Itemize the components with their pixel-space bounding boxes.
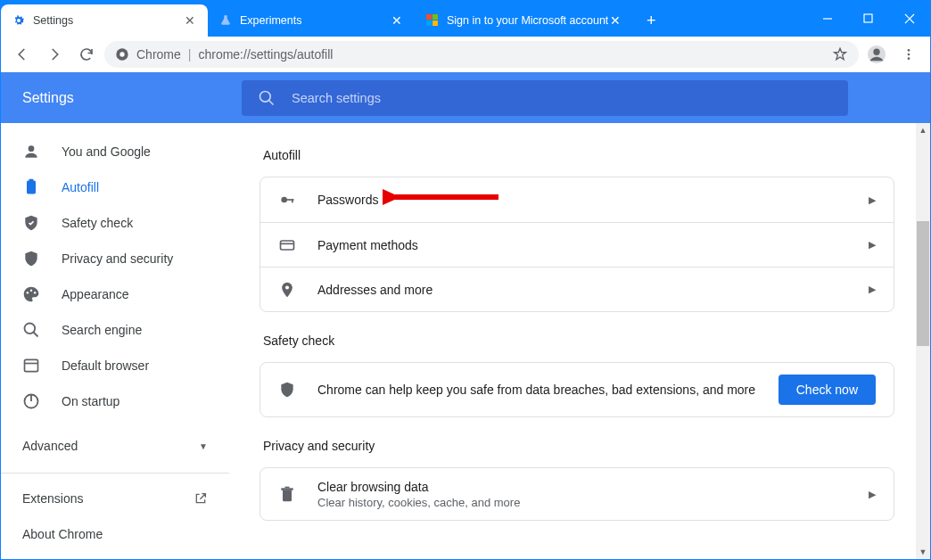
- close-icon[interactable]: ✕: [390, 13, 404, 28]
- row-passwords[interactable]: Passwords ▶: [260, 177, 894, 222]
- tab-microsoft-signin[interactable]: Sign in to your Microsoft account ✕: [415, 4, 633, 37]
- svg-point-13: [908, 54, 910, 56]
- search-icon: [22, 321, 40, 339]
- svg-point-23: [25, 324, 36, 334]
- person-icon: [22, 143, 40, 161]
- minimize-button[interactable]: [807, 1, 848, 37]
- external-link-icon: [194, 491, 208, 506]
- sidebar-item-you-and-google[interactable]: You and Google: [1, 134, 229, 169]
- svg-point-22: [34, 292, 37, 294]
- new-tab-button[interactable]: +: [639, 8, 663, 33]
- search-input[interactable]: [292, 91, 832, 105]
- autofill-card: Passwords ▶ Payment methods ▶ Addresses …: [260, 177, 894, 312]
- close-icon[interactable]: ✕: [608, 13, 622, 28]
- sidebar-advanced[interactable]: Advanced▼: [1, 426, 229, 465]
- browser-icon: [22, 357, 40, 375]
- settings-content: Autofill Passwords ▶ Payment methods ▶ A…: [229, 123, 930, 559]
- tab-settings[interactable]: Settings ✕: [1, 4, 208, 37]
- svg-rect-25: [25, 359, 38, 371]
- reload-button[interactable]: [72, 40, 101, 69]
- trash-icon: [278, 485, 296, 503]
- scroll-thumb[interactable]: [917, 221, 929, 346]
- svg-point-34: [285, 285, 289, 289]
- svg-point-15: [260, 91, 271, 102]
- clipboard-icon: [22, 178, 40, 196]
- forward-button[interactable]: [40, 40, 69, 69]
- scroll-up-arrow[interactable]: ▲: [916, 123, 930, 137]
- sidebar-item-appearance[interactable]: Appearance: [1, 276, 229, 312]
- titlebar: Settings ✕ Experiments ✕ Sign in to your…: [1, 1, 930, 37]
- key-icon: [278, 191, 296, 209]
- card-icon: [278, 236, 296, 254]
- scroll-down-arrow[interactable]: ▼: [916, 545, 930, 559]
- svg-point-29: [281, 197, 287, 203]
- svg-point-11: [873, 49, 879, 55]
- sidebar-about-chrome[interactable]: About Chrome: [1, 516, 229, 552]
- svg-rect-32: [281, 241, 294, 250]
- svg-point-17: [29, 145, 35, 152]
- svg-rect-19: [29, 179, 34, 182]
- tab-experiments[interactable]: Experiments ✕: [208, 4, 415, 37]
- shield-icon: [278, 381, 296, 399]
- chevron-right-icon: ▶: [869, 239, 876, 251]
- power-icon: [22, 392, 40, 410]
- row-payment-methods[interactable]: Payment methods ▶: [260, 222, 894, 267]
- svg-line-24: [34, 333, 38, 337]
- section-privacy-title: Privacy and security: [263, 439, 894, 453]
- svg-rect-18: [27, 181, 36, 194]
- flask-icon: [218, 13, 233, 28]
- gear-icon: [12, 13, 26, 28]
- omnibox-url: chrome://settings/autofill: [198, 47, 333, 62]
- svg-point-21: [30, 290, 33, 292]
- vertical-scrollbar[interactable]: ▲ ▼: [916, 123, 930, 559]
- chevron-down-icon: ▼: [199, 441, 208, 451]
- row-clear-browsing-data[interactable]: Clear browsing data Clear history, cooki…: [260, 468, 894, 520]
- svg-rect-2: [426, 21, 432, 26]
- svg-point-9: [119, 52, 124, 56]
- section-autofill-title: Autofill: [263, 148, 894, 162]
- sidebar-item-default-browser[interactable]: Default browser: [1, 348, 229, 383]
- svg-rect-0: [426, 14, 432, 20]
- palette-icon: [22, 285, 40, 303]
- svg-rect-1: [433, 14, 438, 20]
- address-bar[interactable]: Chrome | chrome://settings/autofill: [104, 41, 859, 68]
- close-window-button[interactable]: [889, 1, 930, 37]
- sidebar-item-safety-check[interactable]: Safety check: [1, 205, 229, 241]
- settings-header: Settings: [1, 72, 930, 123]
- sidebar-item-privacy[interactable]: Privacy and security: [1, 241, 229, 276]
- svg-point-20: [27, 292, 29, 294]
- svg-rect-31: [292, 199, 293, 202]
- svg-point-14: [908, 57, 910, 60]
- row-addresses[interactable]: Addresses and more ▶: [260, 267, 894, 311]
- svg-rect-35: [281, 488, 292, 490]
- search-icon: [258, 89, 276, 107]
- maximize-button[interactable]: [848, 1, 889, 37]
- sidebar-item-on-startup[interactable]: On startup: [1, 383, 229, 419]
- chevron-right-icon: ▶: [869, 489, 876, 500]
- profile-avatar[interactable]: [862, 40, 891, 69]
- close-icon[interactable]: ✕: [183, 13, 197, 28]
- shield-check-icon: [22, 214, 40, 232]
- svg-rect-36: [285, 487, 290, 489]
- search-settings[interactable]: [242, 80, 848, 116]
- omnibox-scheme: Chrome: [136, 47, 181, 62]
- browser-toolbar: Chrome | chrome://settings/autofill: [1, 37, 930, 72]
- back-button[interactable]: [8, 40, 37, 69]
- sidebar-item-autofill[interactable]: Autofill: [1, 169, 229, 205]
- menu-button[interactable]: [894, 40, 923, 69]
- svg-line-16: [269, 100, 274, 104]
- chevron-right-icon: ▶: [869, 284, 876, 295]
- window-controls: [807, 1, 930, 37]
- settings-sidebar: You and Google Autofill Safety check Pri…: [1, 123, 229, 559]
- sidebar-extensions[interactable]: Extensions: [1, 481, 229, 516]
- section-safety-title: Safety check: [263, 334, 894, 348]
- bookmark-star-icon[interactable]: [832, 46, 848, 62]
- check-now-button[interactable]: Check now: [779, 375, 876, 405]
- chrome-icon: [115, 47, 129, 62]
- svg-rect-5: [864, 14, 872, 22]
- shield-icon: [22, 250, 40, 268]
- page-title: Settings: [1, 90, 242, 106]
- safety-card: Chrome can help keep you safe from data …: [260, 362, 894, 417]
- tab-title: Settings: [33, 14, 183, 27]
- sidebar-item-search-engine[interactable]: Search engine: [1, 312, 229, 348]
